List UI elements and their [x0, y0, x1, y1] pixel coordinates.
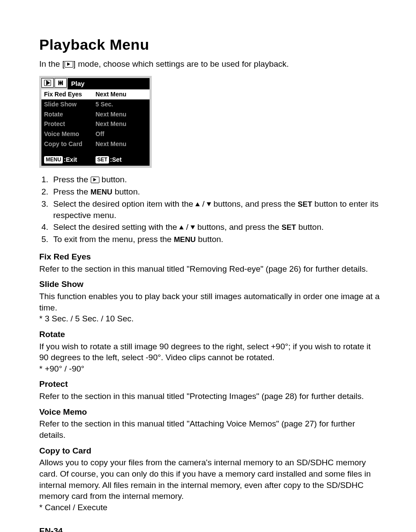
menu-row-value: 5 Sec. [95, 100, 147, 109]
section-body: Refer to the section in this manual titl… [39, 418, 381, 440]
menu-row: Copy to Card Next Menu [41, 139, 150, 149]
menu-row-label: Slide Show [44, 100, 95, 109]
step-text: button. [196, 235, 223, 244]
step-item: Select the desired option item with the … [51, 198, 381, 221]
section-text: Allows you to copy your files from the c… [39, 457, 381, 502]
step-text: buttons, and press the [195, 222, 282, 232]
menu-row: Rotate Next Menu [41, 109, 150, 119]
menu-row-value: Next Menu [95, 110, 147, 119]
intro-before: In the [ [39, 59, 65, 68]
section-text: If you wish to rotate a still image 90 d… [39, 341, 381, 363]
section-heading-rotate: Rotate [39, 329, 381, 340]
steps-list: Press the button. Press the MENU button.… [39, 174, 381, 245]
tab-playback-icon [41, 78, 54, 88]
tab-title: Play [68, 78, 150, 89]
step-text: Select the desired option item with the [53, 199, 195, 208]
page-title: Playback Menu [39, 35, 381, 55]
step-text: Press the [53, 175, 91, 184]
intro-text: In the [] mode, choose which settings ar… [39, 58, 381, 70]
section-options: * +90° / -90° [39, 363, 381, 375]
menu-body: Fix Red Eyes Next Menu Slide Show 5 Sec.… [41, 89, 150, 166]
step-text: button. [296, 222, 324, 232]
step-text: buttons, and press the [211, 199, 298, 208]
menu-row: Voice Memo Off [41, 129, 150, 139]
menu-chip: MENU [44, 156, 63, 163]
menu-footer-set: :Set [110, 156, 121, 164]
play-mode-icon [65, 61, 73, 68]
section-options: * 3 Sec. / 5 Sec. / 10 Sec. [39, 313, 381, 324]
section-heading-slide-show: Slide Show [39, 279, 381, 290]
section-heading-fix-red-eyes: Fix Red Eyes [39, 251, 381, 263]
section-heading-voice-memo: Voice Memo [39, 406, 381, 418]
menu-footer: MENU :Exit SET :Set [41, 154, 150, 166]
step-text: button. [113, 187, 140, 196]
arrow-up-icon [195, 202, 200, 206]
menu-row-label: Voice Memo [44, 130, 95, 138]
menu-footer-exit: :Exit [64, 156, 77, 164]
menu-row: Slide Show 5 Sec. [41, 99, 150, 109]
section-text: This function enables you to play back y… [39, 291, 381, 313]
menu-row-label: Fix Red Eyes [44, 90, 95, 99]
section-body: Refer to the section in this manual titl… [39, 391, 381, 402]
step-item: Press the button. [51, 174, 381, 185]
menu-row-label: Rotate [44, 110, 95, 119]
arrow-down-icon [207, 202, 211, 206]
section-body: Refer to the section in this manual titl… [39, 263, 381, 275]
set-button-label: SET [298, 200, 312, 208]
section-body: If you wish to rotate a still image 90 d… [39, 341, 381, 375]
svg-point-3 [59, 82, 61, 84]
step-item: To exit from the menu, press the MENU bu… [51, 234, 381, 245]
section-body: Allows you to copy your files from the c… [39, 457, 381, 513]
section-heading-copy-to-card: Copy to Card [39, 445, 381, 457]
menu-row-value: Next Menu [95, 120, 147, 128]
section-options: * Cancel / Execute [39, 502, 381, 513]
page-number: EN-34 [39, 525, 381, 532]
arrow-down-icon [191, 225, 195, 229]
menu-row: Protect Next Menu [41, 119, 150, 129]
tab-setup-icon [55, 78, 67, 88]
step-text: Select the desired setting with the [53, 222, 179, 232]
menu-row-value: Off [95, 130, 147, 138]
menu-row: Fix Red Eyes Next Menu [41, 89, 150, 99]
section-heading-protect: Protect [39, 379, 381, 390]
set-chip: SET [95, 156, 109, 163]
step-item: Select the desired setting with the / bu… [51, 222, 381, 233]
menu-button-label: MENU [91, 188, 113, 196]
step-item: Press the MENU button. [51, 186, 381, 198]
set-button-label: SET [282, 223, 296, 232]
menu-row-value: Next Menu [95, 140, 147, 148]
arrow-up-icon [179, 225, 184, 229]
menu-row-value: Next Menu [95, 90, 147, 99]
step-text: / [200, 199, 207, 208]
intro-after: ] mode, choose which settings are to be … [73, 59, 289, 68]
menu-button-label: MENU [174, 235, 196, 244]
step-text: To exit from the menu, press the [53, 235, 174, 244]
step-text: Press the [53, 187, 91, 196]
section-body: This function enables you to play back y… [39, 291, 381, 324]
menu-row-label: Copy to Card [44, 140, 95, 148]
menu-row-label: Protect [44, 120, 95, 128]
play-mode-icon [91, 177, 99, 183]
step-text: button. [99, 175, 127, 184]
step-text: / [184, 222, 191, 232]
camera-menu-screenshot: Play Fix Red Eyes Next Menu Slide Show 5… [39, 76, 152, 168]
